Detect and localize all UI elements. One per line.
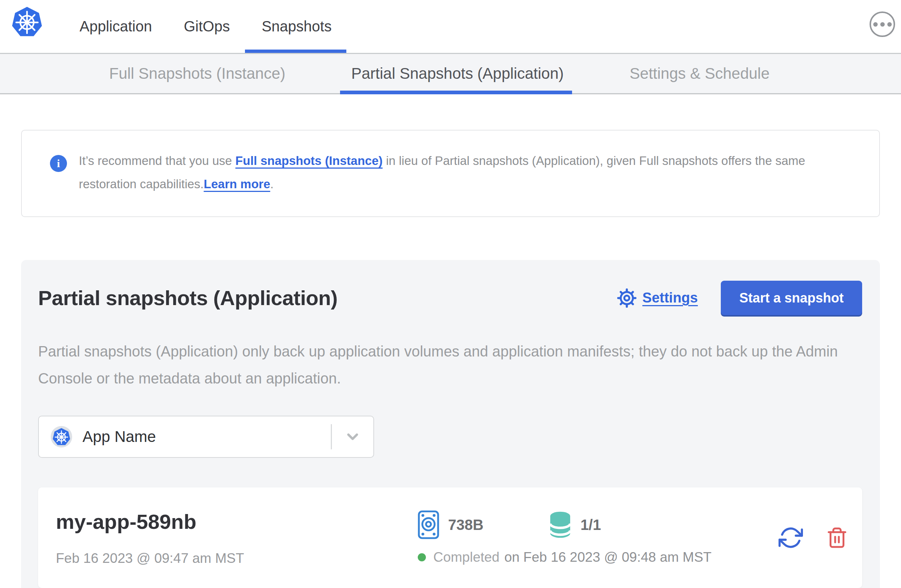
ellipsis-icon xyxy=(880,22,885,26)
more-menu-button[interactable] xyxy=(870,11,895,37)
tab-full-snapshots-instance[interactable]: Full Snapshots (Instance) xyxy=(109,54,285,93)
ellipsis-icon xyxy=(887,22,892,26)
snapshot-meta-top: 738B 1/1 xyxy=(418,510,712,539)
trash-icon xyxy=(826,526,848,549)
banner-text-end: . xyxy=(270,177,273,191)
app-name-selector[interactable]: App Name xyxy=(38,416,374,458)
status-dot-icon xyxy=(418,553,426,562)
selector-chevron[interactable] xyxy=(332,428,373,445)
settings-link-label: Settings xyxy=(642,290,698,306)
start-snapshot-button[interactable]: Start a snapshot xyxy=(721,281,862,315)
snapshot-main-info: my-app-589nb Feb 16 2023 @ 09:47 am MST xyxy=(56,510,418,566)
snapshot-status-line: Completed on Feb 16 2023 @ 09:48 am MST xyxy=(418,549,712,565)
disk-icon xyxy=(418,510,439,539)
snapshot-size-value: 738B xyxy=(448,516,483,533)
kubernetes-app-icon xyxy=(52,427,71,446)
panel-header-actions: Settings Start a snapshot xyxy=(617,281,862,315)
snapshot-volumes-value: 1/1 xyxy=(581,516,601,533)
snapshot-finished-timestamp: on Feb 16 2023 @ 09:48 am MST xyxy=(504,549,712,565)
snapshot-row: my-app-589nb Feb 16 2023 @ 09:47 am MST xyxy=(38,487,862,588)
restore-icon xyxy=(778,526,803,550)
top-nav-bar: Application GitOps Snapshots xyxy=(0,0,901,53)
nav-tab-snapshots[interactable]: Snapshots xyxy=(262,0,332,53)
panel-header: Partial snapshots (Application) Settings… xyxy=(38,281,862,315)
full-snapshots-link[interactable]: Full snapshots (Instance) xyxy=(235,154,383,168)
tab-settings-schedule[interactable]: Settings & Schedule xyxy=(630,54,770,93)
snapshot-started-timestamp: Feb 16 2023 @ 09:47 am MST xyxy=(56,551,418,566)
app-avatar xyxy=(51,426,72,448)
snapshot-actions xyxy=(778,526,848,550)
snapshots-subnav: Full Snapshots (Instance) Partial Snapsh… xyxy=(0,53,901,94)
learn-more-link[interactable]: Learn more xyxy=(204,177,270,191)
panel-description: Partial snapshots (Application) only bac… xyxy=(38,338,856,392)
nav-tab-application[interactable]: Application xyxy=(80,0,152,53)
snapshot-status: Completed xyxy=(433,549,500,565)
info-banner-text: It’s recommend that you use Full snapsho… xyxy=(79,149,826,196)
partial-snapshots-panel: Partial snapshots (Application) Settings… xyxy=(21,260,880,588)
restore-snapshot-button[interactable] xyxy=(778,526,803,550)
page-title: Partial snapshots (Application) xyxy=(38,286,337,310)
snapshot-size: 738B xyxy=(418,510,483,539)
top-nav-tabs: Application GitOps Snapshots xyxy=(80,0,332,53)
info-banner: i It’s recommend that you use Full snaps… xyxy=(21,130,880,217)
database-icon xyxy=(549,511,572,538)
chevron-down-icon xyxy=(344,428,361,445)
gear-icon xyxy=(617,288,636,308)
tab-partial-snapshots-application[interactable]: Partial Snapshots (Application) xyxy=(351,54,564,93)
banner-text-start: It’s recommend that you use xyxy=(79,154,235,168)
snapshot-meta: 738B 1/1 Completed on Feb 16 2023 @ 09:4… xyxy=(418,510,712,565)
kubernetes-logo-icon xyxy=(11,5,43,39)
info-icon: i xyxy=(50,155,67,172)
snapshot-name[interactable]: my-app-589nb xyxy=(56,510,418,534)
nav-tab-gitops[interactable]: GitOps xyxy=(184,0,230,53)
delete-snapshot-button[interactable] xyxy=(826,526,848,549)
ellipsis-icon xyxy=(873,22,878,26)
app-selector-value: App Name xyxy=(83,428,156,446)
snapshot-volumes: 1/1 xyxy=(549,511,601,538)
snapshot-settings-link[interactable]: Settings xyxy=(617,288,698,308)
